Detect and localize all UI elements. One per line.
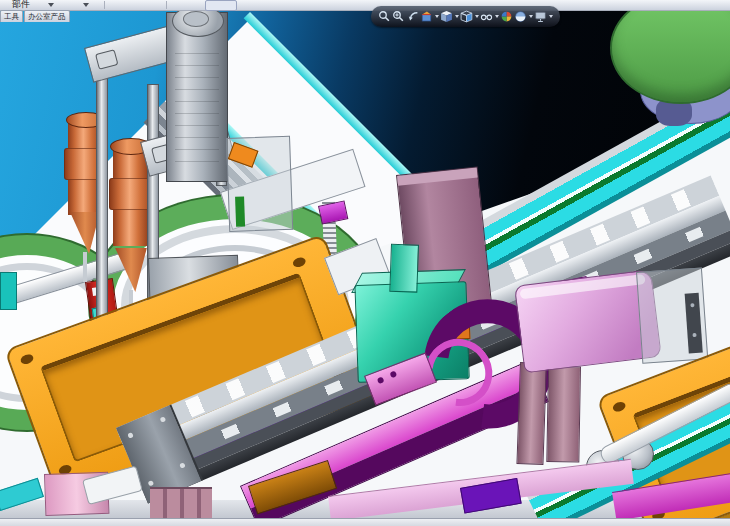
support-pillar-a [516, 362, 547, 465]
display-style-icon [460, 10, 473, 23]
toolbar-separator [166, 1, 167, 9]
chevron-down-icon[interactable] [475, 15, 479, 18]
chevron-down-icon[interactable] [455, 15, 459, 18]
commandmanager-tabs: 工具 办公室产品 [0, 10, 71, 22]
heads-up-view-toolbar [371, 6, 560, 27]
apply-scene-button[interactable] [514, 10, 527, 23]
view-settings-button[interactable] [534, 10, 547, 23]
view-settings-icon [534, 10, 547, 23]
zoom-to-area-button[interactable] [392, 10, 405, 23]
chevron-down-icon[interactable] [435, 15, 439, 18]
chevron-down-icon[interactable] [83, 3, 89, 7]
tray-hole [19, 353, 34, 366]
tab-tools[interactable]: 工具 [0, 10, 23, 22]
hopper-cone [113, 248, 149, 292]
chevron-down-icon[interactable] [549, 15, 553, 18]
tab-office-products[interactable]: 办公室产品 [24, 10, 70, 22]
hex-bolt [95, 49, 118, 70]
zoom-to-area-icon [392, 10, 405, 23]
hide-show-items-icon [480, 10, 493, 23]
green-guide [235, 196, 245, 226]
motor-arm [389, 244, 419, 293]
previous-view-icon [406, 10, 419, 23]
teal-block-left-edge [0, 272, 17, 310]
bracket-hole [389, 370, 397, 378]
bar-hole [690, 303, 694, 307]
edit-appearance-button[interactable] [500, 10, 513, 23]
support-pillar-b [546, 366, 581, 463]
command-bar: 部件 [0, 0, 730, 11]
section-view-icon [420, 10, 433, 23]
bowl-feeder-top-right[interactable] [610, 10, 730, 104]
hopper-needle [83, 252, 87, 282]
section-view-button[interactable] [420, 10, 433, 23]
view-orientation-icon [440, 10, 453, 23]
bracket-dark-bar [685, 293, 703, 354]
cap-bolt [148, 480, 155, 487]
status-bar [0, 518, 730, 526]
cap-bolt [160, 416, 167, 423]
cap-bolt [127, 432, 134, 439]
view-orientation-button[interactable] [440, 10, 453, 23]
column-grooves [175, 53, 219, 163]
bracket-hole [377, 376, 385, 384]
solidworks-window: { "window": { "command_bar": { "label": … [0, 0, 730, 526]
translucent-bracket[interactable] [636, 267, 708, 363]
tray-hole [612, 400, 627, 413]
toolbar-separator [104, 1, 105, 9]
previous-view-button[interactable] [406, 10, 419, 23]
apply-scene-icon [514, 10, 527, 23]
cap-bolt [179, 462, 186, 469]
hide-show-items-button[interactable] [480, 10, 493, 23]
chevron-down-icon[interactable] [48, 3, 54, 7]
command-bar-button[interactable] [205, 0, 237, 11]
mauve-columns [150, 487, 212, 518]
chevron-down-icon[interactable] [495, 15, 499, 18]
gantry-post-1[interactable] [96, 60, 108, 342]
tray-hole [292, 256, 307, 269]
zoom-to-fit-icon [378, 10, 391, 23]
display-style-button[interactable] [460, 10, 473, 23]
z-axis-cylinder-bore [183, 11, 209, 27]
chevron-down-icon[interactable] [529, 15, 533, 18]
bar-hole [692, 333, 696, 337]
z-axis-column[interactable] [166, 12, 228, 182]
graphics-viewport[interactable] [0, 10, 730, 518]
edit-appearance-icon [500, 10, 513, 23]
zoom-to-fit-button[interactable] [378, 10, 391, 23]
